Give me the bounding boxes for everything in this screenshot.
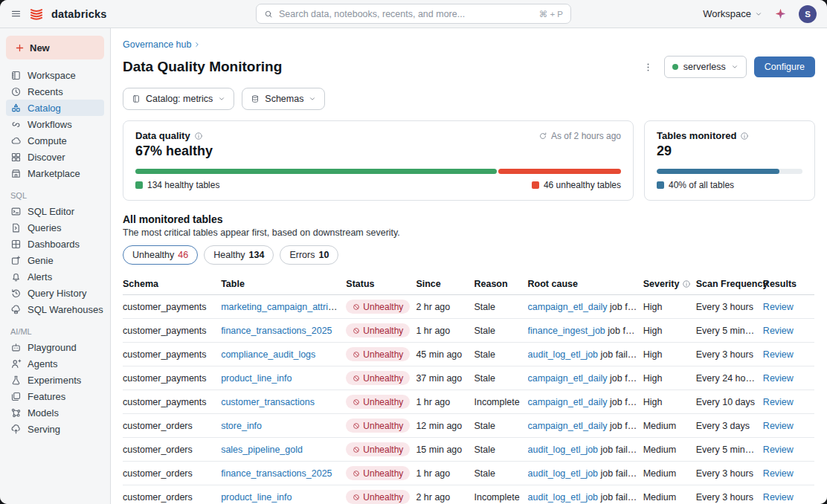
sidebar-item[interactable]: Recents: [6, 83, 104, 100]
new-button[interactable]: New: [6, 36, 104, 59]
status-badge: Unhealthy: [346, 300, 410, 314]
review-link[interactable]: Review: [763, 397, 794, 407]
search-icon: [264, 10, 273, 19]
table-name-link[interactable]: compliance_audit_logs: [221, 349, 315, 360]
sidebar-item[interactable]: Experiments: [6, 372, 104, 388]
sidebar-item[interactable]: Compute: [6, 132, 104, 149]
sidebar-item[interactable]: SQL Warehouses: [6, 301, 104, 317]
cell-severity: Medium: [643, 438, 696, 462]
root-cause-link[interactable]: audit_log_etl_job: [528, 349, 599, 360]
review-link[interactable]: Review: [763, 302, 794, 312]
table-row[interactable]: customer_payments finance_transactions_2…: [123, 319, 814, 343]
table-row[interactable]: customer_orders sales_pipeline_gold Unhe…: [123, 438, 814, 462]
sidebar-item-label: SQL Warehouses: [28, 304, 103, 315]
environment-select[interactable]: serverless: [664, 56, 747, 78]
col-reason[interactable]: Reason: [474, 274, 527, 295]
status-badge: Unhealthy: [346, 395, 410, 409]
table-name-link[interactable]: marketing_campaign_attribution: [221, 302, 346, 312]
global-search-input[interactable]: Search data, notebooks, recents, and mor…: [256, 4, 571, 24]
overflow-menu-button[interactable]: [640, 57, 657, 77]
root-cause-link[interactable]: campaign_etl_daily: [528, 421, 608, 431]
root-cause-link[interactable]: audit_log_etl_job: [528, 492, 599, 503]
breadcrumb[interactable]: Governance hub: [123, 39, 201, 50]
col-status[interactable]: Status: [346, 274, 416, 295]
table-name-link[interactable]: finance_transactions_2025: [221, 326, 332, 336]
monitored-legend-label: 40% of all tables: [669, 180, 734, 190]
cell-since: 1 hr ago: [416, 319, 474, 343]
table-name-link[interactable]: sales_pipeline_gold: [221, 445, 303, 455]
root-cause-link[interactable]: finance_ingest_job: [528, 326, 605, 336]
sidebar-item[interactable]: Serving: [6, 421, 104, 437]
col-schema[interactable]: Schema: [123, 274, 221, 295]
sidebar-item[interactable]: Alerts: [6, 268, 104, 285]
cell-scan-frequency: Every 3 hours: [696, 462, 763, 485]
workspace-switcher[interactable]: Workspace: [703, 8, 762, 19]
sidebar-item[interactable]: Genie: [6, 252, 104, 268]
status-filter-chip[interactable]: Healthy 134: [204, 245, 274, 265]
info-icon[interactable]: [682, 280, 691, 288]
sidebar-item[interactable]: Discover: [6, 149, 104, 165]
table-row[interactable]: customer_orders store_info Unhealthy 12 …: [123, 414, 814, 438]
sidebar-item[interactable]: Queries: [6, 219, 104, 236]
table-name-link[interactable]: product_line_info: [221, 373, 292, 384]
col-results[interactable]: Results: [763, 274, 814, 295]
configure-button[interactable]: Configure: [754, 56, 815, 77]
table-row[interactable]: customer_payments marketing_campaign_att…: [123, 295, 814, 319]
sidebar-item[interactable]: Query History: [6, 285, 104, 301]
schemas-filter[interactable]: Schemas: [242, 88, 325, 110]
root-cause-link[interactable]: audit_log_etl_job: [528, 468, 599, 479]
sidebar-item[interactable]: SQL Editor: [6, 203, 104, 219]
col-root-cause[interactable]: Root cause: [528, 274, 643, 295]
review-link[interactable]: Review: [763, 468, 794, 479]
sidebar-item[interactable]: Playground: [6, 339, 104, 355]
status-filter-chip[interactable]: Errors 10: [280, 245, 338, 265]
root-cause-link[interactable]: campaign_etl_daily: [528, 397, 608, 407]
col-scan-frequency[interactable]: Scan Frequency: [696, 274, 763, 295]
table-name-link[interactable]: store_info: [221, 421, 262, 431]
status-filter-chip[interactable]: Unhealthy 46: [123, 245, 198, 265]
review-link[interactable]: Review: [763, 421, 794, 431]
table-row[interactable]: customer_payments customer_transactions …: [123, 390, 814, 414]
sidebar-item[interactable]: Models: [6, 404, 104, 421]
root-cause-link[interactable]: campaign_etl_daily: [528, 302, 608, 312]
cell-schema: customer_orders: [123, 438, 221, 462]
breadcrumb-label: Governance hub: [123, 39, 191, 50]
root-cause-link[interactable]: audit_log_etl_job: [528, 445, 599, 455]
menu-icon[interactable]: [10, 8, 22, 19]
catalog-filter[interactable]: Catalog: metrics: [123, 88, 234, 110]
page-title: Data Quality Monitoring: [123, 59, 282, 75]
review-link[interactable]: Review: [763, 373, 794, 384]
review-link[interactable]: Review: [763, 349, 794, 360]
table-row[interactable]: customer_payments product_line_info Unhe…: [123, 366, 814, 390]
sidebar-item[interactable]: Dashboards: [6, 236, 104, 252]
review-link[interactable]: Review: [763, 445, 794, 455]
review-link[interactable]: Review: [763, 492, 794, 503]
review-link[interactable]: Review: [763, 326, 794, 336]
refresh-icon[interactable]: [538, 132, 547, 140]
table-row[interactable]: customer_orders finance_transactions_202…: [123, 462, 814, 485]
sidebar-item[interactable]: Catalog: [6, 100, 104, 116]
table-name-link[interactable]: finance_transactions_2025: [221, 468, 332, 479]
sidebar-item-label: SQL Editor: [28, 206, 74, 217]
table-row[interactable]: customer_payments compliance_audit_logs …: [123, 343, 814, 366]
cell-since: 45 min ago: [416, 343, 474, 366]
cell-scan-frequency: Every 3 hours: [696, 295, 763, 319]
info-icon[interactable]: [194, 132, 203, 140]
table-name-link[interactable]: customer_transactions: [221, 397, 315, 407]
table-row[interactable]: customer_orders product_line_info Unheal…: [123, 485, 814, 504]
col-table[interactable]: Table: [221, 274, 346, 295]
info-icon[interactable]: [740, 132, 749, 140]
chevron-down-icon: [731, 63, 738, 71]
root-cause-link[interactable]: campaign_etl_daily: [528, 373, 608, 384]
sidebar-item[interactable]: Workflows: [6, 116, 104, 132]
sidebar-item[interactable]: Workspace: [6, 67, 104, 83]
chip-count: 10: [318, 250, 329, 260]
col-severity[interactable]: Severity: [643, 274, 696, 295]
sidebar-item[interactable]: Agents: [6, 355, 104, 372]
sidebar-item[interactable]: Features: [6, 388, 104, 404]
table-name-link[interactable]: product_line_info: [221, 492, 292, 503]
sidebar-item[interactable]: Marketplace: [6, 165, 104, 181]
col-since[interactable]: Since: [416, 274, 474, 295]
assistant-sparkle-icon[interactable]: [774, 7, 787, 20]
user-avatar[interactable]: S: [799, 5, 817, 23]
